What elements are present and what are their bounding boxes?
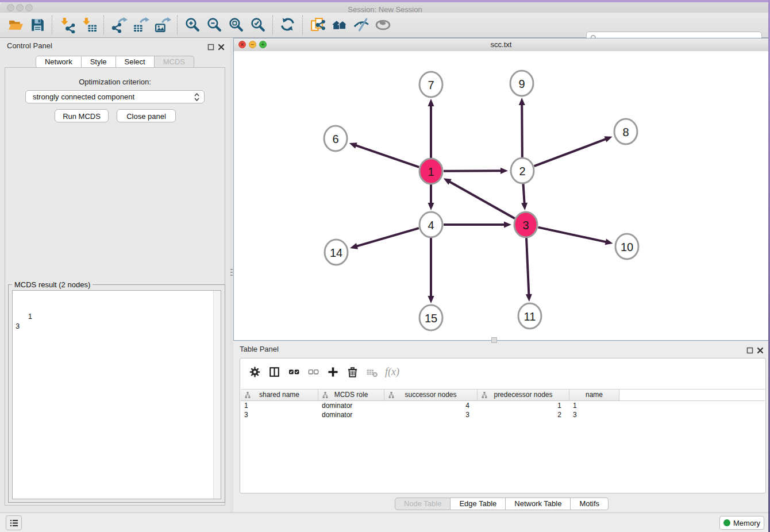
table-cell[interactable]: 1	[569, 401, 619, 410]
task-history-button[interactable]	[6, 515, 22, 530]
graph-edge-2-3[interactable]	[523, 183, 524, 204]
graph-arrowhead-1-2	[500, 168, 508, 174]
tab-mcds[interactable]: MCDS	[155, 56, 194, 68]
close-panel-button[interactable]: Close panel	[117, 109, 176, 122]
table-cell[interactable]: 1	[241, 401, 318, 410]
frame-resize-grip[interactable]	[491, 337, 497, 343]
hide-panels-button[interactable]	[351, 15, 372, 36]
toolbar-separator	[272, 16, 274, 35]
tab-motifs[interactable]: Motifs	[571, 498, 609, 510]
graph-edge-4-14[interactable]	[356, 228, 419, 246]
table-cell[interactable]: 1	[478, 401, 569, 410]
graph-edge-3-10[interactable]	[538, 228, 607, 242]
graph-edge-1-6[interactable]	[355, 145, 419, 167]
graph-arrowhead-1-7	[428, 99, 434, 106]
graph-edge-3-11[interactable]	[526, 237, 529, 295]
deselect-all-button[interactable]	[303, 363, 323, 380]
open-folder-icon	[7, 17, 24, 33]
graph-arrowhead-1-4	[428, 203, 434, 210]
show-eye-button[interactable]	[372, 15, 394, 36]
zoom-in-button[interactable]	[182, 15, 203, 36]
select-all-button[interactable]	[284, 363, 303, 380]
graph-node-label-4: 4	[428, 219, 434, 232]
table-cell[interactable]: dominator	[318, 401, 384, 410]
home-button[interactable]	[329, 15, 351, 36]
table-cell[interactable]: 4	[384, 401, 478, 410]
graph-edge-2-8[interactable]	[534, 139, 607, 167]
graph-arrowhead-2-8	[605, 136, 613, 142]
mcds-result-textarea[interactable]: 1 3	[12, 290, 221, 499]
export-image-button[interactable]	[152, 15, 174, 36]
tab-style[interactable]: Style	[82, 56, 116, 68]
table-cell[interactable]: 3	[384, 410, 478, 419]
network-window-titlebar[interactable]: × − + scc.txt	[234, 38, 768, 52]
table-row[interactable]: 3dominator323	[241, 410, 765, 419]
graph-node-label-1: 1	[428, 165, 434, 178]
network-canvas[interactable]: 7968124314101511	[234, 51, 768, 340]
export-table-button[interactable]	[130, 15, 152, 36]
save-icon	[29, 17, 46, 33]
hierarchy-icon	[322, 391, 329, 399]
column-layout-button[interactable]	[264, 363, 284, 380]
select-all-icon	[288, 366, 300, 378]
add-row-icon	[327, 366, 339, 378]
graph-arrowhead-1-6	[349, 142, 357, 148]
table-cell[interactable]: 3	[569, 410, 619, 419]
gear-button[interactable]	[245, 363, 264, 380]
close-icon[interactable]	[757, 346, 764, 353]
run-mcds-button[interactable]: Run MCDS	[55, 109, 109, 122]
tab-edge-table[interactable]: Edge Table	[451, 498, 506, 510]
close-icon[interactable]	[218, 43, 225, 49]
import-table-button[interactable]	[78, 15, 100, 36]
graph-edge-2-9[interactable]	[522, 104, 522, 158]
zoom-selected-button[interactable]	[247, 15, 269, 36]
save-button[interactable]	[26, 15, 48, 36]
import-network-button[interactable]	[56, 15, 78, 36]
table-cell[interactable]: dominator	[318, 410, 384, 419]
criterion-dropdown[interactable]: strongly connected component	[25, 90, 205, 103]
network-window-title: scc.txt	[234, 38, 768, 51]
tab-select[interactable]: Select	[116, 56, 155, 68]
optimization-criterion-label: Optimization criterion:	[0, 78, 230, 86]
delete-row-button[interactable]	[342, 363, 362, 380]
table-header-row: shared nameMCDS rolesuccessor nodesprede…	[241, 389, 765, 401]
graph-node-label-6: 6	[332, 133, 338, 145]
table-cell[interactable]: 2	[478, 410, 569, 419]
column-header-shared-name[interactable]: shared name	[241, 390, 318, 400]
column-header-name[interactable]: name	[569, 390, 619, 400]
table-body: 1dominator4113dominator323	[241, 401, 765, 419]
zoom-fit-icon	[228, 17, 245, 33]
add-row-button[interactable]	[323, 363, 342, 380]
tab-node-table[interactable]: Node Table	[395, 498, 451, 510]
column-header-successor-nodes[interactable]: successor nodes	[384, 390, 478, 400]
column-header-MCDS-role[interactable]: MCDS role	[318, 390, 384, 400]
import-network-icon	[59, 17, 76, 33]
memory-status-dot	[723, 519, 730, 526]
memory-label: Memory	[733, 519, 760, 527]
scrollbar[interactable]	[213, 291, 221, 499]
graph-edge-3-1[interactable]	[449, 182, 514, 219]
open-folder-button[interactable]	[5, 15, 26, 36]
duplicate-network-button[interactable]	[307, 15, 329, 36]
table-tabs: Node TableEdge TableNetwork TableMotifs	[233, 498, 770, 510]
graph-edge-1-2[interactable]	[444, 171, 502, 171]
zoom-fit-button[interactable]	[225, 15, 247, 36]
float-icon[interactable]	[207, 43, 214, 49]
table-cell[interactable]: 3	[241, 410, 318, 419]
zoom-selected-icon	[250, 17, 267, 33]
graph-node-label-14: 14	[330, 246, 342, 259]
graph-arrowhead-4-14	[350, 243, 358, 249]
refresh-button[interactable]	[277, 15, 299, 36]
memory-button[interactable]: Memory	[719, 516, 764, 530]
column-header-predecessor-nodes[interactable]: predecessor nodes	[478, 390, 569, 400]
tab-network-table[interactable]: Network Table	[506, 498, 571, 510]
table-toolbar: f(x)	[245, 361, 399, 382]
graph-node-label-7: 7	[428, 79, 434, 91]
float-icon[interactable]	[746, 346, 753, 353]
zoom-out-button[interactable]	[203, 15, 225, 36]
window-titlebar: Session: New Session	[0, 2, 770, 13]
table-row[interactable]: 1dominator411	[241, 401, 765, 410]
export-network-button[interactable]	[108, 15, 130, 36]
network-graph: 7968124314101511	[234, 51, 768, 340]
tab-network[interactable]: Network	[36, 56, 82, 68]
